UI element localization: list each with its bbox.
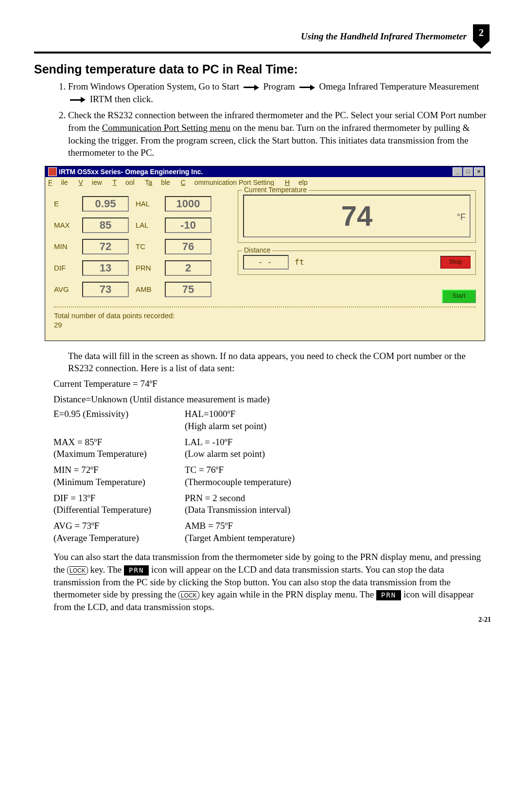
current-temp-group: Current Temperature 74 °F [238, 190, 476, 243]
label-min: MIN [54, 242, 75, 251]
prn-icon: PRN [376, 590, 401, 600]
label-tc: TC [136, 242, 158, 251]
data-list-table: E=0.95 (Emissivity) HAL=1000ºF (High ala… [53, 408, 491, 544]
label-hal: HAL [136, 199, 158, 208]
cell-prn: PRN = 2 second (Data Transmission interv… [185, 492, 491, 516]
value-avg: 73 [82, 282, 129, 297]
current-temp-label: Current Temperature [242, 186, 309, 194]
value-dif: 13 [82, 260, 129, 276]
prn-icon: PRN [124, 565, 149, 576]
menu-tool[interactable]: Tool [112, 179, 134, 186]
lock-key-icon: LOCK [67, 566, 88, 575]
cell-tc: TC = 76ºF (Thermocouple temperature) [185, 464, 491, 488]
value-hal: 1000 [165, 196, 211, 212]
step-2: Check the RS232 connection between the i… [68, 109, 491, 159]
cell-hal: HAL=1000ºF (High alarm set point) [185, 408, 491, 432]
label-avg: AVG [54, 285, 75, 293]
chapter-badge: 2 [472, 24, 491, 49]
chapter-number: 2 [473, 24, 490, 41]
label-dif: DIF [54, 264, 75, 272]
recorded-count: 29 [54, 321, 175, 329]
arrow-icon [70, 97, 86, 103]
menu-file[interactable]: File [48, 179, 68, 186]
menu-help[interactable]: Help [285, 179, 308, 186]
label-e: E [54, 199, 75, 208]
arrow-icon [299, 85, 315, 90]
window-title: IRTM OS5xx Series- Omega Engineering Inc… [59, 168, 203, 176]
value-e: 0.95 [82, 196, 129, 212]
value-max: 85 [82, 217, 129, 233]
lock-key-icon: LOCK [178, 591, 199, 599]
temp-unit: °F [457, 197, 466, 237]
minimize-button[interactable]: _ [453, 167, 462, 176]
distance-group: Distance - - ft Stop [238, 251, 476, 275]
page-header-title: Using the Handheld Infrared Thermometer [301, 31, 467, 42]
value-tc: 76 [165, 239, 211, 254]
cell-lal: LAL = -10ºF (Low alarm set point) [185, 436, 491, 460]
cell-max: MAX = 85ºF (Maximum Temperature) [53, 436, 185, 460]
menu-comm[interactable]: Communication Port Setting [181, 179, 274, 186]
cell-amb: AMB = 75ºF (Target Ambient temperature) [185, 520, 491, 544]
menu-view[interactable]: View [78, 179, 102, 186]
page-number: 2-21 [34, 616, 491, 624]
final-paragraph: You can also start the data transmission… [53, 551, 491, 613]
line-current-temp: Current Temperature = 74ºF [53, 378, 491, 390]
distance-unit: ft [295, 257, 304, 267]
distance-value: - - [243, 255, 289, 270]
line-distance: Distance=Unknown (Until distance measure… [53, 393, 491, 406]
label-prn: PRN [136, 264, 158, 272]
menu-table[interactable]: Table [145, 179, 170, 186]
label-amb: AMB [136, 285, 158, 293]
label-lal: LAL [136, 221, 158, 229]
label-max: MAX [54, 221, 75, 229]
section-heading: Sending temperature data to PC in Real T… [34, 62, 491, 76]
header-rule [34, 52, 491, 54]
paragraph-after-screenshot: The data will fill in the screen as show… [68, 350, 491, 375]
step-1: From Windows Operation System, Go to Sta… [68, 80, 491, 105]
app-icon [48, 167, 57, 176]
value-amb: 75 [165, 282, 211, 297]
cell-min: MIN = 72ºF (Minimum Temperature) [53, 464, 185, 488]
titlebar: IRTM OS5xx Series- Omega Engineering Inc… [45, 166, 485, 177]
current-temp-value: 74 °F [243, 195, 471, 237]
irtm-app-window: IRTM OS5xx Series- Omega Engineering Inc… [45, 166, 485, 341]
recorded-line: Total number of data points recorded: 29 [54, 311, 476, 329]
cell-e: E=0.95 (Emissivity) [53, 408, 185, 432]
arrow-icon [244, 85, 259, 90]
distance-label: Distance [242, 246, 272, 254]
stop-button[interactable]: Stop [440, 256, 471, 269]
value-lal: -10 [165, 217, 211, 233]
close-button[interactable]: × [474, 167, 484, 176]
value-prn: 2 [165, 260, 211, 276]
cell-dif: DIF = 13ºF (Differential Temperature) [53, 492, 185, 516]
start-button[interactable]: Start [442, 289, 476, 303]
maximize-button[interactable]: □ [463, 167, 473, 176]
value-min: 72 [82, 239, 129, 254]
cell-avg: AVG = 73ºF (Average Temperature) [53, 520, 185, 544]
